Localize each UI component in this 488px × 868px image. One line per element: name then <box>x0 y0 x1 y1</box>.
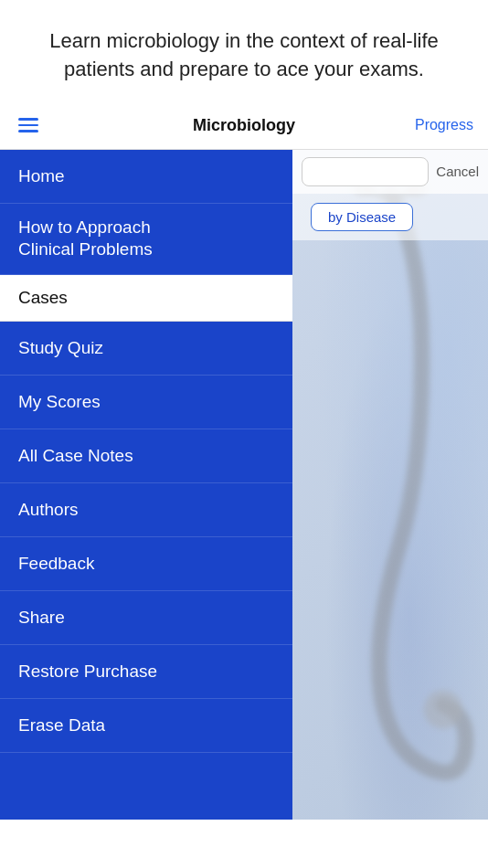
right-panel: Cancel by Disease <box>292 150 488 820</box>
sidebar-drawer: Home How to Approach Clinical Problems C… <box>0 150 292 820</box>
hamburger-line-2 <box>18 124 38 127</box>
by-disease-filter-button[interactable]: by Disease <box>311 203 413 231</box>
sidebar-item-share[interactable]: Share <box>0 591 292 645</box>
sidebar-item-authors[interactable]: Authors <box>0 483 292 537</box>
main-area: Home How to Approach Clinical Problems C… <box>0 150 488 820</box>
sidebar-item-approach[interactable]: How to Approach Clinical Problems <box>0 204 292 275</box>
sidebar-item-home[interactable]: Home <box>0 150 292 204</box>
sidebar-item-study-quiz[interactable]: Study Quiz <box>0 322 292 376</box>
app-container: Microbiology Progress Home How to Approa… <box>0 102 488 820</box>
sidebar-item-my-scores[interactable]: My Scores <box>0 376 292 429</box>
svg-point-4 <box>424 690 462 728</box>
progress-button[interactable]: Progress <box>415 117 473 133</box>
hamburger-line-3 <box>18 130 38 132</box>
navbar-title: Microbiology <box>193 116 295 135</box>
sidebar-section-cases: Cases <box>0 275 292 322</box>
sidebar-item-restore-purchase[interactable]: Restore Purchase <box>0 645 292 699</box>
background-overlay <box>292 150 488 820</box>
filter-area: by Disease <box>292 194 488 240</box>
search-input[interactable] <box>302 157 429 186</box>
sidebar-item-erase-data[interactable]: Erase Data <box>0 699 292 753</box>
sidebar-item-feedback[interactable]: Feedback <box>0 537 292 591</box>
sidebar-item-all-case-notes[interactable]: All Case Notes <box>0 429 292 483</box>
navbar: Microbiology Progress <box>0 102 488 150</box>
tagline-text: Learn microbiology in the context of rea… <box>0 0 488 102</box>
cancel-button[interactable]: Cancel <box>436 164 479 179</box>
stethoscope-image <box>292 150 488 820</box>
hamburger-menu-button[interactable] <box>15 114 42 136</box>
hamburger-line-1 <box>18 118 38 121</box>
right-content-area: Cancel by Disease <box>292 150 488 240</box>
search-bar-area: Cancel <box>292 150 488 194</box>
